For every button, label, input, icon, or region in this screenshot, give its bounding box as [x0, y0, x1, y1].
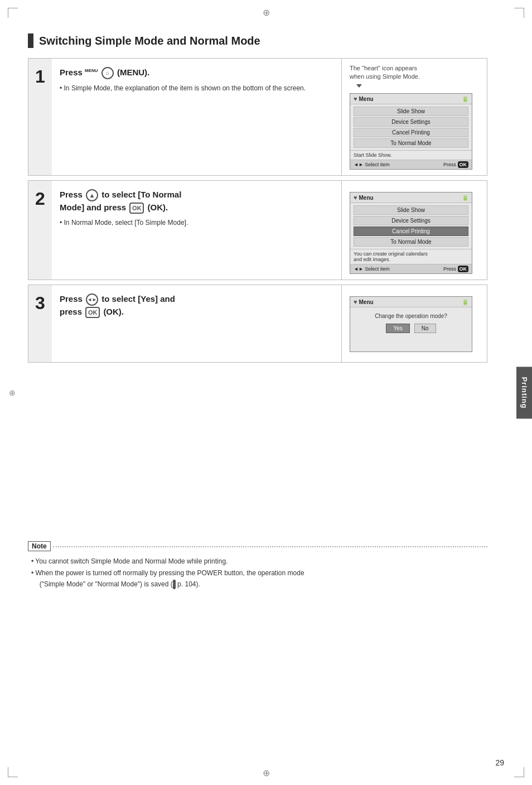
- menu-item-slide-show-1: Slide Show: [354, 107, 468, 116]
- note-item-1: • You cannot switch Simple Mode and Norm…: [28, 556, 487, 567]
- step-2-text: Press ▲ to select [To Normal Mode] and p…: [60, 189, 335, 214]
- ok-badge-2: OK: [458, 266, 469, 272]
- menu-item-to-normal-mode-2: To Normal Mode: [354, 237, 468, 247]
- screen-1-footer: ◄► Select item Press OK: [350, 160, 472, 169]
- battery-icon-3: 🔋: [462, 299, 468, 305]
- step-2-instruction: Press ▲ to select [To Normal Mode] and p…: [52, 181, 342, 280]
- heart-icon: ♥: [354, 95, 357, 102]
- heart-icon-2: ♥: [354, 194, 357, 201]
- step-2-screen: ♥ Menu 🔋 Slide Show Device Settings Canc…: [350, 192, 472, 274]
- page-content: Switching Simple Mode and Normal Mode 1 …: [28, 33, 504, 590]
- heart-icon-3: ♥: [354, 298, 357, 305]
- step-2-number: 2: [28, 181, 52, 280]
- menu-superscript: MENU: [85, 68, 98, 73]
- step-1-number: 1: [28, 59, 52, 175]
- arrow-down-indicator: [356, 84, 362, 88]
- screen-3-change-text: Change the operation mode?: [350, 307, 472, 321]
- screen-1-select-hint: ◄► Select item: [354, 162, 390, 167]
- step-3-instruction: Press ◄► to select [Yes] and press OK (O…: [52, 285, 342, 362]
- step-2-row: 2 Press ▲ to select [To Normal Mode] and…: [28, 180, 487, 280]
- step-3-screen-col: ♥ Menu 🔋 Change the operation mode? Yes …: [342, 285, 487, 362]
- screen-2-status: You can create original calendarsand edi…: [350, 249, 472, 264]
- battery-icon-2: 🔋: [462, 195, 468, 201]
- screen-1-menu-items: Slide Show Device Settings Cancel Printi…: [350, 104, 472, 150]
- note-dotted-line: [53, 546, 487, 547]
- step-1-note: • In Simple Mode, the explanation of the…: [60, 84, 335, 93]
- step-1-instruction: Press MENU ⌂ (MENU). • In Simple Mode, t…: [52, 59, 342, 175]
- section-title: Switching Simple Mode and Normal Mode: [28, 33, 487, 48]
- ref-icon: ☞: [173, 580, 176, 589]
- screen-2-menu-label: ♥ Menu: [354, 194, 374, 201]
- screen-2-select-hint: ◄► Select item: [354, 266, 390, 272]
- step-1-screen-col: The "heart" icon appearswhen using Simpl…: [342, 59, 487, 175]
- step-3-row: 3 Press ◄► to select [Yes] and press OK …: [28, 285, 487, 363]
- screen-2-ok-hint: Press OK: [443, 266, 468, 272]
- menu-item-slide-show-2: Slide Show: [354, 205, 468, 215]
- side-tab-printing: Printing: [516, 367, 532, 418]
- menu-item-device-settings-2: Device Settings: [354, 216, 468, 225]
- screen-1-status: Start Slide Show.: [350, 150, 472, 160]
- battery-icon-1: 🔋: [462, 96, 468, 102]
- note-label: Note: [28, 541, 51, 551]
- menu-item-to-normal-mode-1: To Normal Mode: [354, 138, 468, 148]
- step-1-row: 1 Press MENU ⌂ (MENU). • In Simple Mode,…: [28, 58, 487, 176]
- corner-mark-bl: [8, 767, 18, 777]
- screen-1-menu-label: ♥ Menu: [354, 95, 374, 102]
- note-items: • You cannot switch Simple Mode and Norm…: [28, 556, 487, 590]
- screen-2-header: ♥ Menu 🔋: [350, 192, 472, 203]
- menu-item-device-settings-1: Device Settings: [354, 117, 468, 127]
- step-1-screen-note: The "heart" icon appearswhen using Simpl…: [350, 64, 420, 90]
- menu-item-cancel-printing-2: Cancel Printing: [354, 227, 468, 236]
- screen-1-ok-hint: Press OK: [443, 161, 468, 168]
- ok-badge-1: OK: [458, 161, 469, 168]
- crosshair-left: ⊕: [7, 387, 18, 398]
- corner-mark-tl: [8, 8, 18, 18]
- screen-3-header: ♥ Menu 🔋: [350, 297, 472, 307]
- screen-2-menu-items: Slide Show Device Settings Cancel Printi…: [350, 203, 472, 249]
- corner-mark-tr: [514, 8, 524, 18]
- note-item-2: • When the power is turned off normally …: [28, 567, 487, 590]
- screen-2-footer: ◄► Select item Press OK: [350, 264, 472, 273]
- crosshair-top: ⊕: [260, 7, 272, 18]
- page-number: 29: [495, 758, 504, 767]
- step-2-screen-col: ♥ Menu 🔋 Slide Show Device Settings Canc…: [342, 181, 487, 280]
- screen-3-menu-label: ♥ Menu: [354, 298, 374, 305]
- step-3-number: 3: [28, 285, 52, 362]
- corner-mark-br: [514, 767, 524, 777]
- yes-button: Yes: [386, 324, 409, 333]
- crosshair-bottom: ⊕: [260, 767, 272, 778]
- no-button: No: [414, 324, 436, 333]
- title-bar-decoration: [28, 33, 33, 48]
- step-1-screen: ♥ Menu 🔋 Slide Show Device Settings Canc…: [350, 93, 472, 170]
- menu-item-cancel-printing-1: Cancel Printing: [354, 128, 468, 137]
- step-3-screen: ♥ Menu 🔋 Change the operation mode? Yes …: [350, 296, 472, 352]
- screen-1-header: ♥ Menu 🔋: [350, 94, 472, 104]
- page-title: Switching Simple Mode and Normal Mode: [39, 35, 260, 47]
- note-header-row: Note: [28, 541, 487, 551]
- screen-3-yes-no: Yes No: [350, 321, 472, 338]
- step-3-text: Press ◄► to select [Yes] and press OK (O…: [60, 293, 335, 318]
- note-section-spacer: Note • You cannot switch Simple Mode and…: [28, 541, 487, 590]
- step-2-note: • In Normal Mode, select [To Simple Mode…: [60, 218, 335, 228]
- step-1-text: Press MENU ⌂ (MENU).: [60, 66, 335, 79]
